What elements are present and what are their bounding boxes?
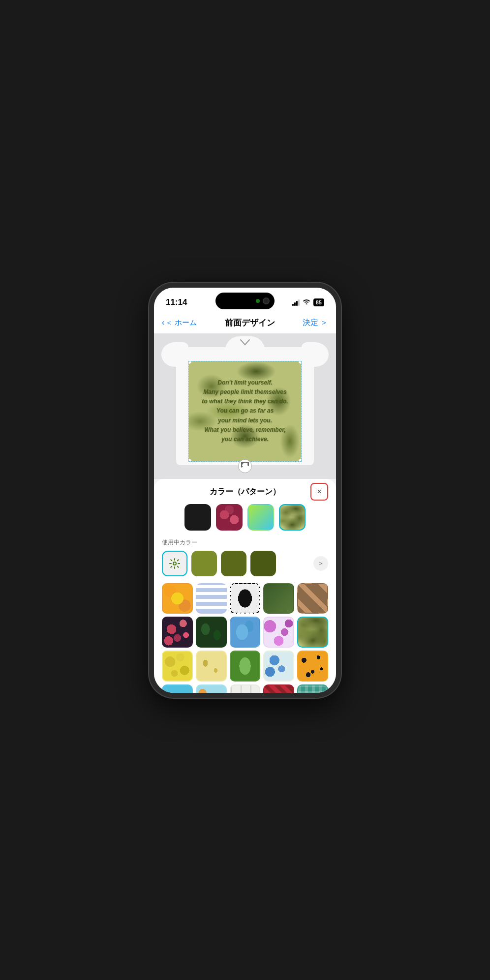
color-row: ＞ (162, 551, 328, 576)
design-canvas[interactable]: Don't limit yourself. Many people limit … (188, 361, 302, 462)
wifi-icon (303, 298, 310, 306)
battery-indicator: 85 (313, 298, 324, 306)
settings-icon (169, 558, 181, 569)
pattern-item[interactable] (263, 684, 294, 698)
pattern-item[interactable] (196, 651, 227, 682)
di-indicator (256, 299, 260, 303)
dynamic-island (215, 293, 275, 309)
color-panel: カラー（パターン） × 使用中カラー (154, 479, 336, 698)
status-time: 11:14 (166, 297, 187, 307)
status-bar: 11:14 85 (154, 288, 336, 312)
pattern-item[interactable] (162, 617, 193, 648)
pattern-grid (162, 583, 328, 698)
pattern-item[interactable] (230, 651, 261, 682)
quote-container: Don't limit yourself. Many people limit … (189, 361, 301, 461)
preset-camo[interactable] (279, 504, 306, 531)
quote-text: Don't limit yourself. Many people limit … (202, 378, 288, 444)
status-right: 85 (292, 298, 324, 306)
pattern-item[interactable] (297, 651, 328, 682)
settings-swatch[interactable] (162, 551, 187, 576)
di-camera (263, 297, 270, 304)
pattern-item[interactable] (230, 583, 261, 614)
pattern-item[interactable] (263, 651, 294, 682)
signal-icon (292, 299, 300, 306)
page-title: 前面デザイン (225, 317, 275, 328)
action-button[interactable]: 決定 ＞ (303, 318, 328, 328)
panel-title: カラー（パターン） (210, 487, 280, 497)
nav-bar: ‹ ＜ ホーム 前面デザイン 決定 ＞ (154, 312, 336, 334)
color-presets (162, 504, 328, 531)
panel-header: カラー（パターン） × (162, 487, 328, 497)
svg-point-0 (173, 562, 176, 565)
color-olive1[interactable] (191, 551, 217, 576)
pattern-item-camo[interactable] (297, 617, 328, 648)
pattern-item[interactable] (162, 684, 193, 698)
pattern-item[interactable] (297, 583, 328, 614)
pattern-item[interactable] (196, 583, 227, 614)
preset-black[interactable] (184, 504, 211, 531)
color-olive3[interactable] (250, 551, 276, 576)
back-button[interactable]: ‹ ＜ ホーム (162, 318, 197, 327)
pattern-item[interactable] (162, 583, 193, 614)
pattern-item[interactable] (297, 684, 328, 698)
preset-green-gradient[interactable] (247, 504, 274, 531)
pattern-item[interactable] (196, 684, 227, 698)
corner-handle-br[interactable] (299, 459, 302, 462)
pattern-item[interactable] (230, 684, 261, 698)
pattern-item[interactable] (196, 617, 227, 648)
more-colors-button[interactable]: ＞ (313, 556, 328, 571)
pattern-item[interactable] (263, 617, 294, 648)
back-label: ＜ ホーム (165, 318, 197, 327)
pattern-item[interactable] (162, 651, 193, 682)
close-button[interactable]: × (310, 483, 328, 501)
color-olive2[interactable] (221, 551, 246, 576)
phone-frame: 11:14 85 ‹ ＜ ホーム 前面デザイン 決定 ＞ (149, 283, 341, 698)
design-area: Don't limit yourself. Many people limit … (154, 334, 336, 479)
preset-floral-red[interactable] (216, 504, 243, 531)
pattern-item[interactable] (263, 583, 294, 614)
main-scroll-area[interactable]: Don't limit yourself. Many people limit … (154, 334, 336, 698)
section-label: 使用中カラー (162, 538, 328, 547)
rotate-handle[interactable] (238, 459, 252, 473)
pattern-item[interactable] (230, 617, 261, 648)
collapse-chevron[interactable] (240, 338, 250, 348)
